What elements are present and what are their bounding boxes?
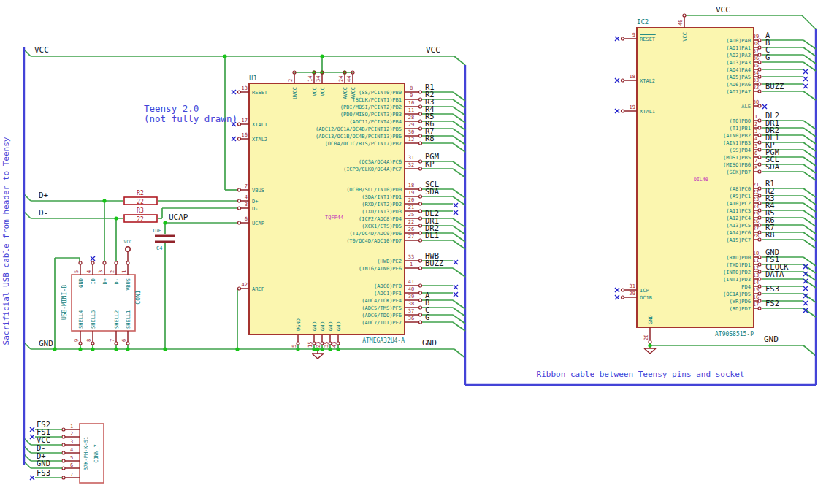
bus-entry[interactable]	[453, 92, 465, 101]
r2-reference[interactable]: R2	[137, 190, 144, 196]
bus-entry[interactable]	[453, 121, 465, 130]
pin-end[interactable]	[115, 261, 118, 264]
wire[interactable]	[24, 462, 31, 468]
bus-entry[interactable]	[803, 232, 816, 241]
bus-entry[interactable]	[453, 308, 465, 316]
pin-end[interactable]	[419, 239, 422, 242]
r2-value[interactable]: 22	[137, 199, 144, 205]
net-label-gnd[interactable]: GND	[39, 339, 53, 348]
pin-end[interactable]	[126, 261, 129, 264]
pin-end[interactable]	[62, 428, 65, 431]
pin-end[interactable]	[238, 207, 241, 210]
wire[interactable]	[803, 345, 816, 356]
bus-entry[interactable]	[803, 172, 816, 180]
pin-end[interactable]	[758, 156, 761, 159]
net-label[interactable]: DATA	[765, 270, 784, 278]
pin-end[interactable]	[419, 134, 422, 137]
pin-end[interactable]	[419, 167, 422, 170]
no-connect-icon[interactable]	[232, 137, 236, 141]
bus-entry[interactable]	[803, 40, 816, 49]
wire[interactable]	[454, 56, 465, 65]
c4-reference[interactable]: C4	[156, 245, 162, 251]
bus-entry[interactable]	[453, 315, 465, 324]
pin-end[interactable]	[419, 313, 422, 316]
bus-entry[interactable]	[803, 188, 816, 197]
wire[interactable]	[24, 343, 31, 349]
bus-entry[interactable]	[453, 189, 465, 198]
bus-entry[interactable]	[453, 129, 465, 137]
net-label[interactable]: G	[765, 53, 770, 61]
bus-entry[interactable]	[453, 114, 465, 123]
pin-end[interactable]	[419, 306, 422, 309]
pin-end[interactable]	[238, 137, 241, 140]
net-label[interactable]: FS3	[765, 284, 779, 293]
pin-end[interactable]	[419, 112, 422, 115]
pin-end[interactable]	[419, 160, 422, 163]
bus-entry[interactable]	[453, 218, 465, 227]
bus-entry[interactable]	[453, 226, 465, 234]
no-connect-icon[interactable]	[803, 301, 808, 305]
bus-entry[interactable]	[803, 257, 816, 266]
no-connect-icon[interactable]	[803, 69, 808, 74]
pin-end[interactable]	[419, 267, 422, 270]
pin-end[interactable]	[419, 195, 422, 198]
net-label[interactable]: R8	[425, 134, 435, 142]
no-connect-icon[interactable]	[454, 210, 458, 215]
pin-end[interactable]	[419, 210, 422, 213]
pin-end[interactable]	[419, 291, 422, 294]
pin-end[interactable]	[62, 435, 65, 438]
bus-entry[interactable]	[803, 225, 816, 234]
pin-end[interactable]	[419, 202, 422, 205]
bus-entry[interactable]	[453, 268, 465, 277]
bus-entry[interactable]	[803, 157, 816, 166]
bus-entry[interactable]	[803, 150, 816, 159]
pin-end[interactable]	[758, 170, 761, 173]
pin-end[interactable]	[622, 110, 624, 112]
net-label[interactable]: GND	[37, 459, 50, 467]
no-connect-icon[interactable]	[615, 78, 619, 83]
net-label-ucap[interactable]: UCAP	[169, 213, 188, 222]
no-connect-icon[interactable]	[232, 90, 236, 94]
net-label-gnd[interactable]: GND	[422, 338, 437, 348]
no-connect-icon[interactable]	[615, 109, 619, 113]
bus-entry[interactable]	[453, 233, 465, 242]
net-label[interactable]: FS2	[765, 299, 779, 308]
net-label-dminus[interactable]: D-	[39, 208, 48, 218]
pin-end[interactable]	[622, 37, 624, 40]
pin-end[interactable]	[91, 261, 94, 264]
bus-entry[interactable]	[453, 107, 465, 115]
pin-end[interactable]	[419, 142, 422, 145]
net-label[interactable]: FS3	[37, 468, 50, 477]
conn7-reference[interactable]: CONN_7	[93, 444, 99, 462]
no-connect-icon[interactable]	[762, 104, 767, 109]
u1-reference[interactable]: U1	[249, 75, 257, 82]
wire[interactable]	[24, 50, 31, 56]
bus-entry[interactable]	[803, 218, 816, 226]
pin-end[interactable]	[297, 342, 299, 345]
bus-entry[interactable]	[453, 240, 465, 249]
net-label[interactable]: R8	[765, 230, 775, 239]
pin-end[interactable]	[62, 443, 65, 446]
c4-value[interactable]: 1uF	[152, 228, 161, 234]
pin-end[interactable]	[419, 127, 422, 130]
pin-end[interactable]	[622, 79, 624, 82]
wire[interactable]	[24, 446, 31, 453]
no-connect-icon[interactable]	[30, 435, 34, 439]
pin-end[interactable]	[758, 163, 761, 166]
wire[interactable]	[24, 194, 31, 201]
wire[interactable]	[24, 438, 31, 445]
bus-entry[interactable]	[453, 300, 465, 309]
pin-end[interactable]	[62, 459, 65, 462]
pin-end[interactable]	[62, 476, 65, 479]
vcc-power-symbol[interactable]	[126, 247, 130, 251]
no-connect-icon[interactable]	[454, 203, 458, 207]
pin-end[interactable]	[419, 232, 422, 234]
no-connect-icon[interactable]	[30, 427, 34, 432]
pin-end[interactable]	[622, 289, 624, 291]
pin-end[interactable]	[103, 261, 106, 264]
net-label[interactable]: DL1	[425, 231, 439, 240]
no-connect-icon[interactable]	[454, 285, 458, 289]
pin-end[interactable]	[238, 221, 241, 224]
r3-reference[interactable]: R3	[137, 207, 144, 214]
pin-end[interactable]	[758, 148, 761, 151]
